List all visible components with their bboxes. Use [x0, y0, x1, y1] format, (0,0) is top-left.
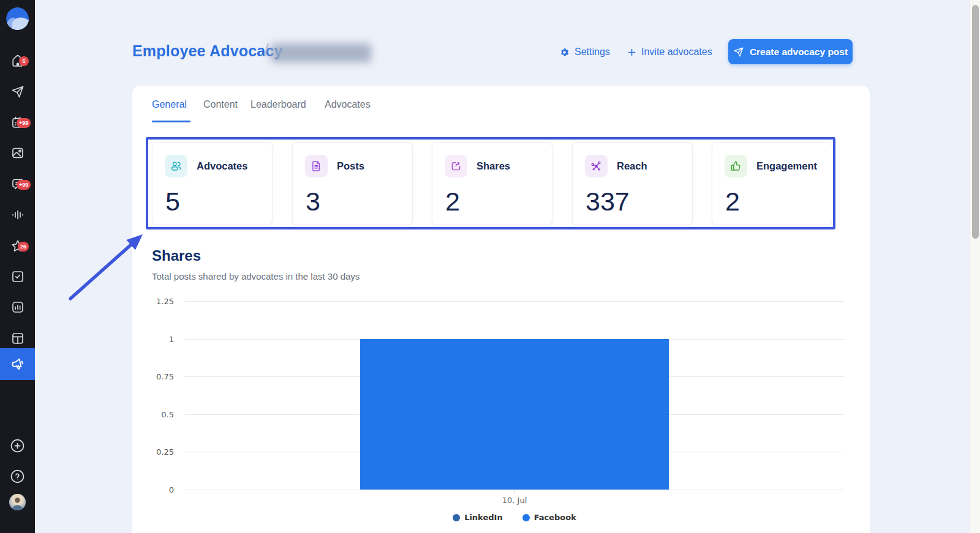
- stat-card-reach: Reach 337: [572, 142, 693, 225]
- stat-value: 3: [306, 187, 320, 217]
- stat-value: 337: [586, 187, 630, 217]
- settings-button[interactable]: Settings: [559, 45, 610, 59]
- stat-label: Posts: [337, 160, 364, 172]
- legend-item-linkedin[interactable]: LinkedIn: [453, 513, 503, 522]
- chart-plot: 10. Jul: [185, 301, 844, 490]
- waveform-icon: [10, 207, 25, 222]
- send-icon: [10, 84, 25, 99]
- stat-label: Engagement: [756, 160, 817, 172]
- stat-label: Advocates: [197, 160, 247, 172]
- sidebar-item-audio[interactable]: [0, 203, 35, 227]
- sidebar-item-tasks[interactable]: [0, 264, 35, 289]
- chart-legend: LinkedInFacebook: [185, 513, 844, 522]
- legend-label: LinkedIn: [464, 513, 503, 522]
- share-icon: [445, 155, 467, 177]
- chart-y-tick-label: 0.25: [156, 447, 174, 457]
- chart-x-tick-label: 10. Jul: [502, 496, 527, 505]
- settings-label: Settings: [575, 47, 610, 58]
- sidebar-help-button[interactable]: [0, 464, 35, 488]
- boards-icon: [10, 331, 25, 346]
- stat-card-posts: Posts 3: [292, 142, 413, 225]
- workspace-name-blurred: [271, 43, 371, 62]
- media-icon: [10, 146, 25, 160]
- chart-y-tick-label: 0.75: [156, 372, 174, 381]
- create-advocacy-post-button[interactable]: Create advocacy post: [728, 39, 853, 64]
- sidebar-item-home[interactable]: [0, 49, 35, 73]
- main-content-card: General Content Leaderboard Advocates Ad…: [132, 86, 870, 533]
- chart-x-tick: [514, 490, 515, 493]
- favorites-badge: 26: [18, 242, 29, 252]
- chart-y-axis-labels: 00.250.50.7511.25: [152, 301, 180, 490]
- shares-section-subtitle: Total posts shared by advocates in the l…: [152, 271, 360, 281]
- app-window: 5 +99: [0, 0, 980, 533]
- breadcrumb-separator: /: [264, 40, 269, 60]
- sidebar-item-advocacy-active[interactable]: [0, 348, 35, 380]
- page-title: Employee Advocacy: [132, 42, 283, 60]
- sidebar-add-button[interactable]: [0, 433, 35, 458]
- tab-general[interactable]: General: [152, 99, 187, 110]
- stat-label: Shares: [477, 160, 510, 172]
- stat-card-shares: Shares 2: [432, 142, 552, 225]
- megaphone-icon: [10, 356, 26, 372]
- active-tab-underline: [152, 121, 190, 122]
- analytics-icon: [10, 300, 25, 315]
- stat-card-engagement: Engagement 2: [712, 142, 832, 225]
- home-badge: 5: [19, 56, 29, 66]
- tasks-icon: [10, 269, 25, 284]
- sidebar: 5 +99: [0, 0, 35, 533]
- shares-chart: 00.250.50.7511.25 10. Jul LinkedInFacebo…: [152, 294, 850, 533]
- invite-advocates-button[interactable]: Invite advocates: [627, 45, 712, 59]
- user-avatar[interactable]: [9, 494, 26, 510]
- calendar-badge: +99: [17, 118, 31, 128]
- planable-logo[interactable]: [6, 7, 29, 30]
- tab-leaderboard[interactable]: Leaderboard: [251, 99, 306, 110]
- network-icon: [585, 155, 608, 177]
- messages-badge: +99: [17, 180, 31, 190]
- chart-y-tick-label: 1.25: [156, 297, 174, 306]
- legend-label: Facebook: [534, 513, 576, 522]
- sidebar-item-boards[interactable]: [0, 326, 35, 351]
- stat-card-advocates: Advocates 5: [152, 142, 273, 225]
- scrollbar-thumb[interactable]: [972, 5, 979, 239]
- invite-advocates-label: Invite advocates: [641, 47, 712, 58]
- legend-dot: [522, 514, 530, 521]
- create-advocacy-post-label: Create advocacy post: [750, 47, 848, 58]
- stat-label: Reach: [617, 160, 647, 172]
- shares-section-title: Shares: [152, 247, 201, 264]
- thumbs-up-icon: [725, 155, 747, 177]
- legend-item-facebook[interactable]: Facebook: [522, 513, 576, 522]
- tab-content[interactable]: Content: [203, 99, 238, 110]
- users-icon: [165, 155, 187, 177]
- legend-dot: [453, 514, 460, 521]
- logo-icon: [6, 7, 29, 30]
- sidebar-item-publish[interactable]: [0, 80, 35, 104]
- chart-y-tick-label: 0: [169, 485, 174, 494]
- stat-value: 2: [445, 187, 460, 217]
- stat-value: 2: [725, 187, 740, 217]
- chart-bar-facebook[interactable]: [360, 339, 669, 490]
- tab-advocates[interactable]: Advocates: [325, 99, 371, 110]
- document-icon: [305, 155, 328, 177]
- gear-icon: [559, 47, 570, 58]
- stat-value: 5: [165, 187, 180, 217]
- send-icon: [733, 47, 744, 58]
- sidebar-item-analytics[interactable]: [0, 295, 35, 319]
- chart-gridline: [185, 301, 844, 302]
- chart-y-tick-label: 0.5: [161, 409, 174, 419]
- sidebar-item-media[interactable]: [0, 141, 35, 165]
- plus-icon: [627, 48, 636, 57]
- help-icon: [10, 469, 25, 484]
- scrollbar-track[interactable]: [970, 0, 980, 533]
- plus-icon: [10, 438, 25, 453]
- chart-y-tick-label: 1: [169, 334, 174, 343]
- avatar-photo: [9, 494, 26, 510]
